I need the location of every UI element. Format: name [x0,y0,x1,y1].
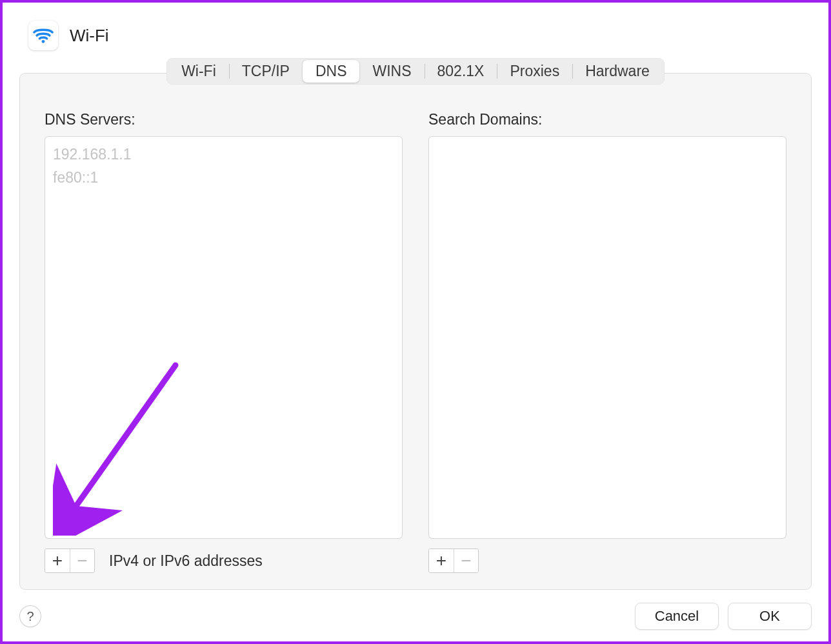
list-item[interactable]: fe80::1 [53,166,394,190]
dns-hint: IPv4 or IPv6 addresses [109,552,263,570]
list-item[interactable]: 192.168.1.1 [53,143,394,166]
add-remove-group: + − [45,548,95,573]
page-title: Wi-Fi [70,26,109,46]
dns-servers-column: DNS Servers: 192.168.1.1 fe80::1 + − IPv… [45,111,403,574]
plus-icon: + [52,552,63,570]
tab-wifi[interactable]: Wi-Fi [168,60,229,83]
plus-icon: + [436,552,446,570]
search-domains-column: Search Domains: + − [428,111,786,574]
wifi-icon [28,21,58,50]
search-domains-list[interactable] [428,136,786,539]
ok-button[interactable]: OK [728,603,812,630]
add-remove-group: + − [428,548,479,573]
network-settings-window: Wi-Fi Wi-Fi TCP/IP DNS WINS 802.1X Proxi… [3,3,828,641]
dns-servers-label: DNS Servers: [45,111,403,128]
add-search-domain-button[interactable]: + [429,549,454,572]
cancel-button[interactable]: Cancel [635,603,719,630]
tab-wins[interactable]: WINS [359,60,424,83]
tab-bar: Wi-Fi TCP/IP DNS WINS 802.1X Proxies Har… [166,58,665,85]
search-domains-label: Search Domains: [428,111,786,128]
tab-dns[interactable]: DNS [303,60,360,83]
svg-point-0 [42,40,45,43]
search-domains-controls: + − [428,548,786,574]
add-dns-server-button[interactable]: + [45,549,70,572]
minus-icon: − [77,552,87,570]
tab-proxies[interactable]: Proxies [497,60,572,83]
header: Wi-Fi [19,21,812,50]
footer: ? Cancel OK [19,603,812,630]
minus-icon: − [461,552,471,570]
help-icon: ? [26,609,34,624]
remove-search-domain-button[interactable]: − [454,549,478,572]
tab-hardware[interactable]: Hardware [572,60,663,83]
tab-8021x[interactable]: 802.1X [425,60,497,83]
dns-servers-list[interactable]: 192.168.1.1 fe80::1 [45,136,403,539]
help-button[interactable]: ? [19,605,41,627]
tab-tcpip[interactable]: TCP/IP [229,60,303,83]
dns-servers-controls: + − IPv4 or IPv6 addresses [45,548,403,574]
remove-dns-server-button[interactable]: − [70,549,94,572]
dns-panel: DNS Servers: 192.168.1.1 fe80::1 + − IPv… [19,73,812,590]
